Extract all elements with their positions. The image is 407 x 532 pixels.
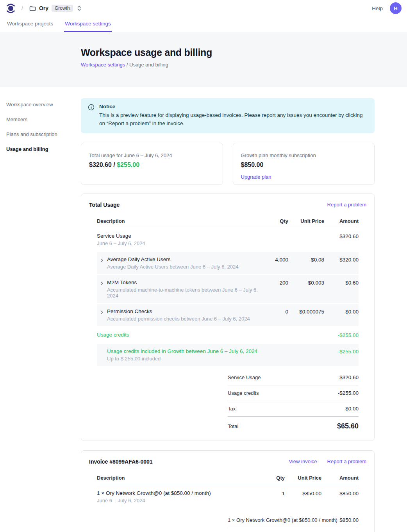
chevron-right-icon	[97, 256, 107, 270]
invoice-summary-row: 1 × Ory Network Growth@0 (at $850.00 / m…	[228, 512, 359, 528]
usage-used-value: $320.60	[89, 161, 112, 168]
usage-detail-card: Total Usage Report a problem Description…	[81, 193, 375, 441]
row-description: Usage credits	[97, 332, 263, 338]
invoice-summary-label: 1 × Ory Network Growth@0 (at $850.00 / m…	[228, 517, 337, 523]
usage-total-value: $65.60	[337, 422, 359, 430]
row-qty: 4,000	[263, 256, 288, 270]
row-qty	[263, 332, 288, 338]
row-description: 1 × Ory Network Growth@0 (at $850.00 / m…	[97, 490, 260, 503]
row-amount: $850.00	[321, 490, 359, 503]
sidebar-item-members[interactable]: Members	[6, 115, 75, 124]
invoice-table: Description Qty Unit Price Amount 1 × Or…	[97, 472, 359, 509]
page-body: Workspace overviewMembersPlans and subsc…	[0, 87, 407, 532]
usage-summary-label: Usage credits	[228, 390, 259, 396]
settings-sidebar: Workspace overviewMembersPlans and subsc…	[0, 87, 81, 159]
usage-row[interactable]: M2M TokensAccumulated machine-to-machine…	[97, 275, 359, 303]
upgrade-plan-link[interactable]: Upgrade plan	[241, 174, 271, 180]
usage-summary-row: Tax$0.00	[228, 401, 359, 417]
notice-title: Notice	[99, 104, 368, 109]
column-amount: Amount	[324, 218, 359, 224]
plan-subscription-card: Growth plan monthly subscription $850.00…	[233, 143, 375, 185]
notice-body: This is a preview feature for displaying…	[99, 111, 368, 128]
workspace-name: Ory	[39, 5, 48, 11]
row-description: Average Daily Active UsersAverage Daily …	[107, 256, 263, 270]
row-description: M2M TokensAccumulated machine-to-machine…	[107, 279, 263, 299]
sidebar-item-usage-and-billing[interactable]: Usage and billing	[6, 144, 75, 154]
breadcrumb-current: Usage and billing	[129, 62, 168, 68]
workspace-switcher[interactable]: Ory Growth	[29, 5, 82, 12]
invoice-report-problem-link[interactable]: Report a problem	[327, 459, 366, 464]
column-amount: Amount	[321, 475, 359, 481]
row-subtitle: Accumulated machine-to-machine tokens be…	[107, 287, 263, 299]
row-amount: $0.00	[324, 308, 359, 322]
usage-summary-row: Service Usage$320.60	[228, 370, 359, 385]
row-amount: -$255.00	[324, 348, 359, 362]
breadcrumb-separator: /	[127, 62, 128, 68]
usage-card-title: Total Usage	[89, 202, 120, 208]
column-qty: Qty	[260, 475, 285, 481]
preview-notice: Notice This is a preview feature for dis…	[81, 98, 375, 133]
invoice-title: Invoice #8099AFA6-0001	[89, 459, 153, 465]
usage-summary-label: Tax	[228, 406, 236, 412]
chevron-right-icon	[97, 308, 107, 322]
usage-table: Description Qty Unit Price Amount Servic…	[97, 215, 359, 366]
row-description: Permission ChecksAccumulated permission …	[107, 308, 263, 322]
tab-workspace-projects[interactable]: Workspace projects	[6, 16, 54, 32]
row-title: Average Daily Active Users	[107, 256, 263, 262]
row-description: Usage credits included in Growth between…	[107, 348, 263, 362]
path-separator: /	[21, 5, 23, 11]
usage-summary-value: $0.00	[345, 406, 359, 412]
row-amount: $320.00	[324, 256, 359, 270]
row-qty: 1	[260, 490, 285, 503]
plan-amount: $850.00	[241, 161, 367, 168]
row-qty: 0	[263, 308, 288, 322]
breadcrumb-link[interactable]: Workspace settings	[81, 62, 125, 68]
usage-row[interactable]: Permission ChecksAccumulated permission …	[97, 304, 359, 326]
invoice-row: 1 × Ory Network Growth@0 (at $850.00 / m…	[97, 485, 359, 509]
folder-icon	[29, 5, 36, 11]
info-icon	[88, 104, 95, 128]
total-usage-amount: $320.60 / $255.00	[89, 161, 215, 168]
usage-table-header: Description Qty Unit Price Amount	[97, 215, 359, 228]
sidebar-item-workspace-overview[interactable]: Workspace overview	[6, 100, 75, 109]
report-problem-link[interactable]: Report a problem	[327, 202, 366, 208]
invoice-table-header: Description Qty Unit Price Amount	[97, 472, 359, 485]
row-title: 1 × Ory Network Growth@0 (at $850.00 / m…	[97, 490, 260, 496]
row-qty	[263, 348, 288, 362]
usage-row: Service UsageJune 6 – July 6, 2024$320.6…	[97, 228, 359, 251]
row-amount: -$255.00	[324, 332, 359, 338]
row-description: Service UsageJune 6 – July 6, 2024	[97, 233, 263, 246]
row-unit-price: $850.00	[285, 490, 321, 503]
plan-badge: Growth	[52, 5, 73, 12]
column-unit-price: Unit Price	[288, 218, 324, 224]
chevron-right-icon	[97, 279, 107, 299]
row-subtitle: Up to $ 255.00 included	[107, 356, 263, 362]
column-qty: Qty	[263, 218, 288, 224]
help-link[interactable]: Help	[372, 5, 383, 11]
view-invoice-link[interactable]: View invoice	[289, 459, 317, 464]
usage-separator: /	[112, 161, 117, 168]
invoice-card: Invoice #8099AFA6-0001 View invoice Repo…	[81, 450, 375, 532]
row-subtitle: Average Daily Active Users between June …	[107, 264, 263, 270]
usage-included-value: $255.00	[117, 161, 139, 168]
total-usage-card: Total usage for June 6 – July 6, 2024 $3…	[81, 143, 223, 185]
usage-row: Usage credits included in Growth between…	[97, 344, 359, 366]
row-qty	[263, 233, 288, 246]
sidebar-item-plans-and-subscription[interactable]: Plans and subscription	[6, 129, 75, 139]
row-subtitle: June 6 – July 6, 2024	[97, 240, 263, 246]
usage-summary: Service Usage$320.60Usage credits-$255.0…	[228, 370, 359, 433]
column-unit-price: Unit Price	[285, 475, 321, 481]
row-title: Usage credits included in Growth between…	[107, 348, 263, 354]
usage-summary-value: $320.60	[339, 374, 359, 380]
row-unit-price	[288, 332, 324, 338]
avatar[interactable]: H	[390, 2, 402, 14]
row-unit-price	[288, 233, 324, 246]
row-subtitle: Accumulated permission checks between Ju…	[107, 316, 263, 322]
usage-total-row: Total $65.60	[228, 417, 359, 433]
row-unit-price: $0.08	[288, 256, 324, 270]
usage-row[interactable]: Average Daily Active UsersAverage Daily …	[97, 252, 359, 274]
tab-workspace-settings[interactable]: Workspace settings	[64, 16, 112, 32]
usage-summary-value: -$255.00	[338, 390, 359, 396]
ory-logo[interactable]	[5, 3, 16, 14]
invoice-summary-row: Tax$0.00	[228, 528, 359, 532]
